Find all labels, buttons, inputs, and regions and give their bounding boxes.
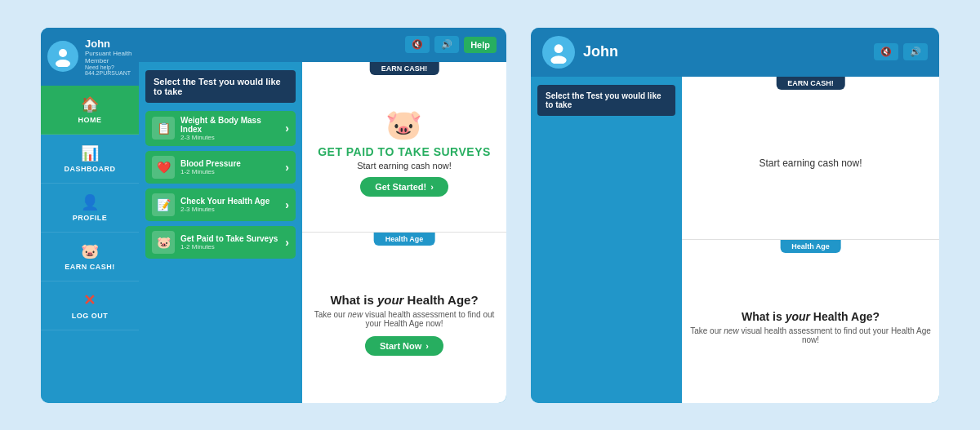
sidebar-item-profile[interactable]: 👤 PROFILE — [41, 184, 139, 233]
test-menu-title: Select the Test you would like to take — [145, 70, 296, 103]
sidebar-item-home[interactable]: 🏠 HOME — [41, 86, 139, 135]
start-now-arrow-icon: › — [425, 341, 429, 351]
health-title-prefix: What is — [330, 293, 377, 307]
avatar — [47, 41, 78, 72]
surveys-arrow-icon: › — [285, 236, 289, 249]
blood-icon: ❤️ — [152, 156, 175, 179]
weight-arrow-icon: › — [285, 122, 289, 135]
sidebar-user-info: John Pursuant Health Member Need help? 8… — [85, 38, 132, 76]
profile-icon: 👤 — [81, 193, 100, 211]
cards-area: EARN CASH! 🐷 GET PAID TO TAKE SURVEYS St… — [302, 62, 506, 403]
main-content: 🔇 🔊 Help Select the Test you would like … — [139, 28, 506, 403]
test-item-blood-name: Blood Pressure — [180, 159, 279, 168]
test-item-surveys-time: 1-2 Minutes — [180, 243, 279, 250]
sidebar-item-logout[interactable]: ✕ LOG OUT — [41, 281, 139, 330]
compact-health-desc-italic: new — [724, 326, 738, 335]
compact-volume-high-icon: 🔊 — [910, 47, 921, 57]
test-item-health-age[interactable]: 📝 Check Your Health Age 2-3 Minutes › — [145, 188, 296, 221]
health-age-arrow-icon: › — [285, 198, 289, 211]
start-now-label: Start Now — [380, 341, 421, 351]
compact-volume-low-icon: 🔇 — [880, 47, 892, 57]
earn-card: EARN CASH! 🐷 GET PAID TO TAKE SURVEYS St… — [302, 62, 506, 233]
health-title-italic: your — [377, 293, 404, 307]
test-menu: Select the Test you would like to take 📋… — [139, 62, 302, 403]
test-item-blood-time: 1-2 Minutes — [180, 168, 279, 175]
blood-arrow-icon: › — [285, 161, 289, 174]
sidebar-nav: 🏠 HOME 📊 DASHBOARD 👤 PROFILE 🐷 EARN CASH… — [41, 86, 139, 403]
test-item-blood[interactable]: ❤️ Blood Pressure 1-2 Minutes › — [145, 151, 296, 184]
earn-card-content: 🐷 GET PAID TO TAKE SURVEYS Start earning… — [318, 108, 491, 197]
compact-volume-low-button[interactable]: 🔇 — [874, 43, 898, 60]
compact-health-desc-suffix: visual health assessment to find out you… — [739, 326, 931, 344]
compact-health-card: Health Age What is your Health Age? Take… — [682, 239, 939, 403]
sidebar-item-home-label: HOME — [78, 116, 102, 124]
sidebar-item-dashboard-label: DASHBOARD — [65, 165, 116, 173]
compact-earn-text: Start earning cash now! — [759, 157, 862, 169]
test-item-health-age-time: 2-3 Minutes — [180, 206, 279, 213]
compact-earn-badge: EARN CASH! — [776, 77, 845, 90]
sidebar-item-earn-label: EARN CASH! — [65, 263, 115, 271]
health-title-suffix: Health Age? — [403, 293, 478, 307]
health-card-desc: Take our new visual health assessment to… — [310, 310, 498, 328]
volume-high-button[interactable]: 🔊 — [434, 36, 459, 53]
compact-topbar-right: 🔇 🔊 — [874, 43, 928, 60]
compact-health-title-prefix: What is — [742, 310, 786, 323]
health-desc-italic: new — [348, 310, 363, 319]
earn-title: GET PAID TO TAKE SURVEYS — [318, 145, 491, 158]
sidebar: John Pursuant Health Member Need help? 8… — [41, 28, 139, 403]
full-panel: John Pursuant Health Member Need help? 8… — [41, 28, 506, 403]
weight-icon: 📋 — [152, 117, 175, 140]
health-card-title: What is your Health Age? — [330, 293, 478, 307]
sidebar-user-name: John — [85, 38, 132, 50]
svg-point-0 — [59, 49, 67, 57]
topbar: 🔇 🔊 Help — [139, 28, 506, 62]
dashboard-icon: 📊 — [81, 144, 100, 162]
svg-point-2 — [555, 44, 564, 53]
home-icon: 🏠 — [81, 95, 100, 113]
compact-health-desc-prefix: Take our — [690, 326, 724, 335]
compact-volume-high-button[interactable]: 🔊 — [903, 43, 928, 60]
get-started-button[interactable]: Get Started! › — [360, 177, 448, 197]
get-started-label: Get Started! — [375, 182, 426, 192]
sidebar-item-profile-label: PROFILE — [73, 214, 108, 222]
svg-point-3 — [550, 55, 566, 64]
get-started-arrow-icon: › — [430, 182, 434, 192]
compact-earn-card: EARN CASH! Start earning cash now! — [682, 77, 939, 240]
help-button[interactable]: Help — [464, 37, 497, 53]
test-item-weight[interactable]: 📋 Weight & Body Mass Index 2-3 Minutes › — [145, 111, 296, 146]
health-desc-suffix: visual health assessment to find out you… — [363, 310, 494, 328]
volume-low-icon: 🔇 — [412, 39, 423, 50]
volume-low-button[interactable]: 🔇 — [405, 36, 430, 53]
compact-health-title-italic: your — [786, 310, 810, 323]
test-item-weight-name: Weight & Body Mass Index — [180, 116, 279, 134]
logout-icon: ✕ — [83, 291, 96, 309]
compact-avatar — [542, 36, 575, 69]
test-item-weight-time: 2-3 Minutes — [180, 134, 279, 141]
content-area: Select the Test you would like to take 📋… — [139, 62, 506, 403]
sidebar-item-dashboard[interactable]: 📊 DASHBOARD — [41, 135, 139, 184]
sidebar-header: John Pursuant Health Member Need help? 8… — [41, 28, 139, 86]
compact-content: Select the Test you would like to take E… — [531, 77, 939, 403]
volume-high-icon: 🔊 — [441, 39, 452, 50]
compact-health-badge: Health Age — [780, 240, 841, 253]
sidebar-item-logout-label: LOG OUT — [72, 312, 109, 320]
earn-subtitle: Start earning cash now! — [357, 161, 452, 171]
compact-topbar: John 🔇 🔊 — [531, 28, 939, 77]
compact-user-name: John — [583, 43, 618, 60]
sidebar-item-earn[interactable]: 🐷 EARN CASH! — [41, 233, 139, 281]
start-now-button[interactable]: Start Now › — [365, 336, 443, 356]
compact-test-title: Select the Test you would like to take — [537, 85, 675, 116]
earn-icon: 🐷 — [81, 242, 100, 260]
health-age-badge: Health Age — [374, 233, 435, 246]
compact-left: Select the Test you would like to take — [531, 77, 682, 403]
health-card-content: What is your Health Age? Take our new vi… — [310, 293, 498, 356]
earn-badge: EARN CASH! — [370, 62, 439, 75]
svg-point-1 — [56, 60, 70, 67]
health-age-icon: 📝 — [152, 193, 175, 216]
test-item-surveys[interactable]: 🐷 Get Paid to Take Surveys 1-2 Minutes › — [145, 226, 296, 259]
test-item-surveys-name: Get Paid to Take Surveys — [180, 234, 279, 243]
help-label: Help — [470, 40, 490, 50]
health-desc-prefix: Take our — [314, 310, 348, 319]
sidebar-user-help: Need help? 844.2PURSUANT — [85, 64, 132, 76]
compact-panel: John 🔇 🔊 Select the Test you would like … — [531, 28, 939, 403]
